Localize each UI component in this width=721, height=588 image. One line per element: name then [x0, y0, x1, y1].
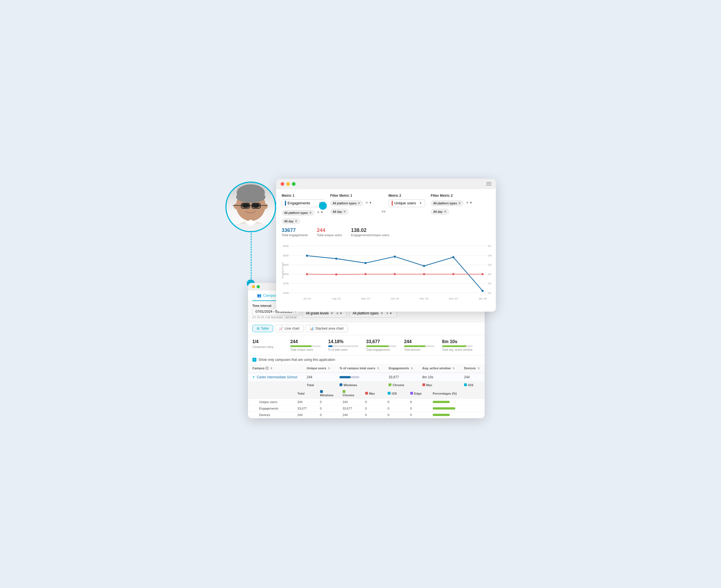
sub-chrome-unique: 244 [338, 399, 361, 405]
filter-metric1-day-chip: All day ✕ [330, 209, 348, 214]
col-unique-users[interactable]: Unique users ⇅ [302, 364, 335, 373]
svg-text:3200: 3200 [283, 282, 289, 285]
sub-col-total: Total [293, 388, 316, 399]
user-grade-cross[interactable]: ✕ ▼ [335, 311, 344, 316]
col-avg-window[interactable]: Avg. active window ⇅ [418, 364, 460, 373]
summary-eng-bar [366, 345, 389, 347]
stacked-chart-icon: 📊 [309, 327, 314, 331]
mac-dot [422, 383, 425, 386]
metric2-select[interactable]: Unique users ▼ [388, 199, 425, 207]
sub-metric-dev: Devices [248, 412, 293, 418]
view-line-chart-button[interactable]: 📈 Line chart [275, 325, 304, 332]
connector-vertical [251, 231, 252, 281]
expand-icon[interactable]: ▼ [253, 376, 255, 379]
summary-avg-val: 8m 10s [442, 339, 480, 344]
metric1-cross-btn[interactable]: ✕ ▼ [316, 210, 325, 216]
col-devices-label: Devices [464, 366, 476, 370]
ios-legend-dot [388, 392, 390, 395]
sub-windows-dev: 0 [316, 412, 338, 418]
campus-sort-icon[interactable]: ⇅ [270, 367, 273, 370]
filter-metric1-remove[interactable]: ✕ [358, 201, 360, 205]
metric1-select[interactable]: Engagements ▼ [282, 199, 325, 207]
sub-total-unique: 244 [293, 399, 316, 405]
col-engagements[interactable]: Engagements ⇅ [384, 364, 418, 373]
svg-point-7 [263, 204, 268, 209]
sub-col-pct: Percentages (%) [428, 388, 485, 399]
close-button[interactable] [281, 182, 284, 186]
table-body: ▼ Carter Intermediate School 244 [248, 373, 485, 388]
chrome-legend-dot [343, 390, 345, 393]
scene: Metric 1 Engagements ▼ All platform type… [225, 179, 496, 410]
svg-point-28 [306, 254, 308, 256]
sub-row-devices: Devices 244 0 244 0 0 0 [248, 412, 485, 418]
filter-metric1-cross[interactable]: ✕ ▼ [364, 201, 373, 206]
summary-avg-window: 8m 10s Total avg. active window [442, 339, 480, 351]
window-dots [281, 182, 296, 186]
summary-avg-bar-wrap [442, 345, 473, 347]
eng-sort-icon[interactable]: ⇅ [411, 367, 413, 370]
col-campus[interactable]: Campus ⓘ ⇅ [248, 364, 302, 373]
svg-point-33 [452, 256, 454, 258]
show-only-checkbox[interactable]: ✓ [253, 358, 256, 362]
svg-text:Jan '25: Jan '25 [478, 297, 486, 300]
view-controls: ⊞ Table 📈 Line chart 📊 Stacked area char… [248, 322, 485, 335]
metric2-indicator [392, 201, 393, 206]
menu-line-3 [486, 185, 492, 186]
view-table-button[interactable]: ⊞ Table [253, 325, 273, 332]
platform-remove[interactable]: ✕ [380, 311, 383, 315]
summary-eng-lbl: Total engagements [366, 348, 404, 351]
campus-unique-users: 244 [302, 373, 335, 381]
col-devices[interactable]: Devices ⇅ [460, 364, 484, 373]
col-pct-total[interactable]: % of campus total users ⇅ [335, 364, 384, 373]
pct-bar-unique [433, 401, 450, 403]
sub-table-header: Total Windows Chrome Mac iOS [248, 388, 485, 399]
table-icon: ⊞ [257, 327, 260, 331]
sub-ios-dev: 0 [383, 412, 406, 418]
chart-svg: 6400 5600 4800 4000 3200 2400 [281, 243, 492, 307]
sub-header-windows: Windows [335, 381, 384, 388]
svg-point-9 [252, 203, 260, 208]
stat-unique-users-val: 244 [317, 227, 342, 233]
filter-metric1-platform-text: All platform types [333, 202, 356, 205]
metric2-group: Metric 2 Unique users ▼ [388, 194, 425, 210]
metric2-value: Unique users [395, 201, 416, 205]
sub-col-windows: Windows [316, 388, 338, 399]
minimize-button[interactable] [286, 182, 290, 186]
maximize-button[interactable] [292, 182, 296, 186]
metric1-filter-day-remove[interactable]: ✕ [295, 219, 298, 223]
dev-sort-icon[interactable]: ⇅ [478, 367, 480, 370]
metrics-row: Metric 1 Engagements ▼ All platform type… [282, 194, 490, 224]
line-chart-icon: 📈 [279, 327, 283, 331]
svg-text:Jul '24: Jul '24 [303, 297, 311, 300]
view-stacked-chart-button[interactable]: 📊 Stacked area chart [305, 325, 348, 332]
svg-point-30 [364, 262, 366, 264]
pct-sort-icon[interactable]: ⇅ [377, 367, 379, 370]
menu-icon[interactable] [486, 182, 492, 186]
filter-metric1-day-remove[interactable]: ✕ [343, 210, 346, 214]
mac-legend-dot [365, 392, 368, 395]
svg-text:Sep '24: Sep '24 [361, 297, 370, 300]
platform-cross[interactable]: ✕ ▼ [385, 311, 394, 316]
sub-total-eng: 33,677 [293, 405, 316, 412]
svg-text:Engagements: Engagements [281, 262, 284, 278]
filter-metric2-cross[interactable]: ✕ ▼ [465, 201, 474, 206]
metric1-filter-platform-remove[interactable]: ✕ [309, 211, 312, 215]
stat-engagements-label: Total engagements [282, 233, 308, 237]
stat-engagements-val: 33677 [282, 227, 308, 233]
filter-metric2-day-remove[interactable]: ✕ [444, 210, 446, 214]
unique-users-sort-icon[interactable]: ⇅ [328, 367, 330, 370]
avg-sort-icon[interactable]: ⇅ [453, 367, 455, 370]
sub-chrome-eng: 33,677 [338, 405, 361, 412]
campus-name-text: Carter Intermediate School [257, 375, 297, 379]
svg-point-37 [364, 273, 366, 275]
svg-text:244: 244 [488, 273, 491, 276]
bottom-dot-yellow[interactable] [252, 285, 255, 288]
sub-table-body: Unique users 244 0 244 0 0 0 Engagements… [248, 399, 485, 418]
bottom-dot-green[interactable] [257, 285, 260, 288]
user-grade-remove[interactable]: ✕ [331, 311, 333, 315]
filter-metric2-remove[interactable]: ✕ [458, 201, 461, 205]
stat-unique-users-label: Total unique users [317, 233, 342, 237]
svg-text:2400: 2400 [283, 291, 289, 294]
summary-unique-users: 244 Total unique users [290, 339, 328, 351]
summary-eng-bar-wrap [366, 345, 397, 347]
